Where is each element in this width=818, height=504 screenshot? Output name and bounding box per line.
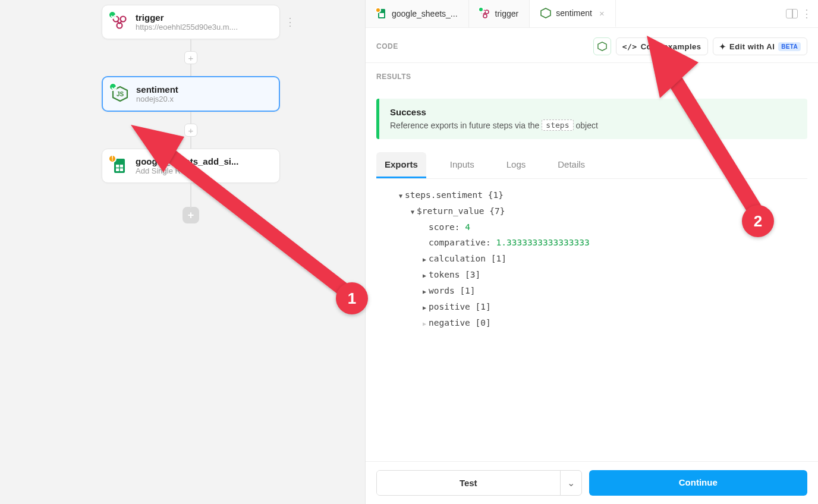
caret-icon[interactable] (408, 203, 417, 219)
footer-actions: Test ⌄ Continue (366, 461, 818, 504)
continue-button[interactable]: Continue (589, 470, 808, 496)
section-label-text: CODE (376, 42, 398, 51)
step-menu-icon[interactable]: ⋮ (285, 15, 296, 29)
caret-icon[interactable] (420, 283, 429, 299)
add-step-end-button[interactable]: + (183, 207, 199, 223)
result-tab-exports[interactable]: Exports (376, 152, 426, 178)
success-banner: Success Reference exports in future step… (376, 99, 807, 139)
test-dropdown-button[interactable]: ⌄ (560, 471, 581, 495)
tab-label: sentiment (556, 8, 592, 18)
result-tab-details[interactable]: Details (549, 152, 593, 178)
layout-toggle-icon[interactable] (786, 9, 798, 18)
caret-icon[interactable] (420, 251, 429, 267)
sparkle-icon: ✦ (719, 42, 726, 51)
tree-node-tokens[interactable]: tokens [3] (376, 267, 807, 283)
svg-rect-10 (379, 13, 384, 17)
test-button[interactable]: Test (377, 471, 560, 495)
result-tabs: Exports Inputs Logs Details (376, 152, 807, 179)
exports-tree: steps.sentiment {1} $return_value {7} sc… (376, 187, 807, 330)
nodejs-icon: JS (111, 85, 129, 103)
code-section-header: CODE </> Code examples ✦ Edit with AI BE… (366, 28, 818, 63)
add-step-icon[interactable]: + (184, 51, 197, 64)
step-title: sentiment (136, 84, 178, 94)
tab-overflow-menu-icon[interactable]: ⋮ (801, 7, 812, 20)
tree-node-calculation[interactable]: calculation [1] (376, 251, 807, 267)
result-tab-logs[interactable]: Logs (498, 152, 534, 178)
step-subtitle: Add Single Row (136, 166, 238, 175)
runtime-pill[interactable] (593, 37, 611, 55)
google-sheets-icon (376, 8, 387, 19)
steps-chip: steps (542, 119, 573, 131)
webhook-icon (480, 8, 490, 19)
editor-panel: google_sheets_... trigger sentiment × ⋮ (365, 0, 818, 504)
tab-google-sheets[interactable]: google_sheets_... (366, 0, 469, 27)
tab-label: google_sheets_... (392, 9, 458, 18)
webhook-icon (111, 13, 128, 31)
step-title: google_sheets_add_si... (136, 156, 238, 166)
tree-node-negative[interactable]: negative [0] (376, 315, 807, 331)
step-title: trigger (136, 12, 238, 23)
editor-tabs: google_sheets_... trigger sentiment × ⋮ (366, 0, 818, 28)
svg-marker-15 (598, 42, 606, 51)
tab-sentiment[interactable]: sentiment × (530, 0, 615, 27)
tree-leaf-comparative[interactable]: comparative: 1.3333333333333333 (376, 235, 807, 251)
results-area: Success Reference exports in future step… (366, 88, 818, 461)
test-button-group: Test ⌄ (376, 470, 582, 496)
tree-node-return[interactable]: $return_value {7} (376, 203, 807, 219)
edit-with-ai-button[interactable]: ✦ Edit with AI BETA (713, 37, 807, 55)
result-tab-inputs[interactable]: Inputs (442, 152, 483, 178)
tree-leaf-score[interactable]: score: 4 (376, 219, 807, 235)
chevron-down-icon: ⌄ (567, 477, 575, 489)
svg-point-13 (483, 14, 487, 18)
close-icon[interactable]: × (599, 8, 605, 18)
section-label-text: RESULTS (376, 73, 411, 81)
add-step-icon[interactable]: + (184, 124, 197, 137)
results-section-header: RESULTS (366, 63, 818, 88)
success-prefix: Reference exports in future steps via th… (390, 121, 539, 130)
caret-icon[interactable] (420, 315, 429, 331)
step-subtitle: nodejs20.x (136, 94, 178, 103)
tree-node-words[interactable]: words [1] (376, 283, 807, 299)
workflow-step-sentiment[interactable]: JS sentiment nodejs20.x (102, 76, 280, 112)
svg-marker-14 (541, 8, 550, 18)
tab-trigger[interactable]: trigger (469, 0, 530, 27)
success-title: Success (390, 107, 797, 117)
success-suffix: object (576, 121, 598, 130)
tree-node-root[interactable]: steps.sentiment {1} (376, 187, 807, 203)
beta-badge: BETA (778, 42, 801, 51)
caret-icon[interactable] (420, 267, 429, 283)
svg-text:JS: JS (117, 91, 124, 97)
code-examples-button[interactable]: </> Code examples (616, 37, 708, 55)
caret-icon[interactable] (397, 187, 405, 203)
nodejs-icon (540, 8, 551, 18)
workflow-step-trigger[interactable]: trigger https://eoehhl255d90e3u.m.... ⋮ (102, 5, 280, 39)
google-sheets-icon (111, 157, 128, 175)
step-subtitle: https://eoehhl255d90e3u.m.... (136, 23, 238, 32)
code-icon: </> (622, 42, 637, 51)
caret-icon[interactable] (420, 299, 429, 315)
workflow-canvas: trigger https://eoehhl255d90e3u.m.... ⋮ … (0, 0, 365, 504)
tree-node-positive[interactable]: positive [1] (376, 299, 807, 315)
tab-label: trigger (495, 9, 519, 18)
workflow-step-sheets[interactable]: google_sheets_add_si... Add Single Row (102, 149, 280, 183)
